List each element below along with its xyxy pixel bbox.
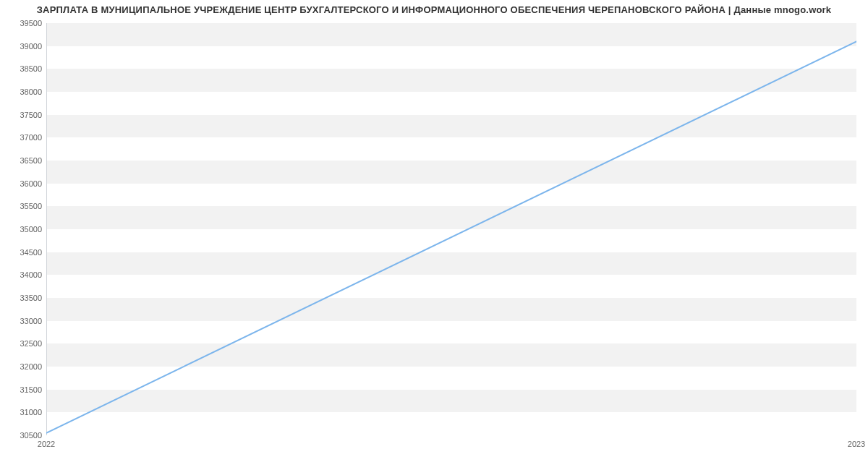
y-tick-label: 33500 (20, 294, 42, 302)
y-tick-label: 30500 (20, 431, 42, 440)
y-tick-label: 37000 (20, 133, 42, 142)
chart-title: ЗАРПЛАТА В МУНИЦИПАЛЬНОЕ УЧРЕЖДЕНИЕ ЦЕНТ… (0, 4, 868, 15)
y-tick-label: 37500 (20, 111, 42, 119)
x-tick-label: 2023 (848, 440, 865, 448)
y-tick-label: 38000 (20, 87, 42, 96)
y-tick-label: 32000 (20, 362, 42, 371)
y-tick-label: 34000 (20, 270, 42, 279)
y-tick-label: 39000 (20, 42, 42, 51)
chart-container: ЗАРПЛАТА В МУНИЦИПАЛЬНОЕ УЧРЕЖДЕНИЕ ЦЕНТ… (0, 0, 868, 470)
y-tick-label: 34500 (20, 248, 42, 257)
y-tick-label: 35500 (20, 202, 42, 210)
y-tick-label: 33000 (20, 317, 42, 325)
y-tick-label: 36500 (20, 156, 42, 165)
y-tick-label: 31000 (20, 408, 42, 416)
y-tick-label: 39500 (20, 19, 42, 27)
y-tick-label: 35000 (20, 225, 42, 234)
y-tick-label: 36000 (20, 179, 42, 188)
y-tick-label: 32500 (20, 339, 42, 348)
data-line (46, 23, 856, 435)
x-tick-label: 2022 (38, 440, 55, 448)
y-tick-label: 31500 (20, 385, 42, 394)
plot-area (46, 23, 856, 435)
y-tick-label: 38500 (20, 64, 42, 73)
